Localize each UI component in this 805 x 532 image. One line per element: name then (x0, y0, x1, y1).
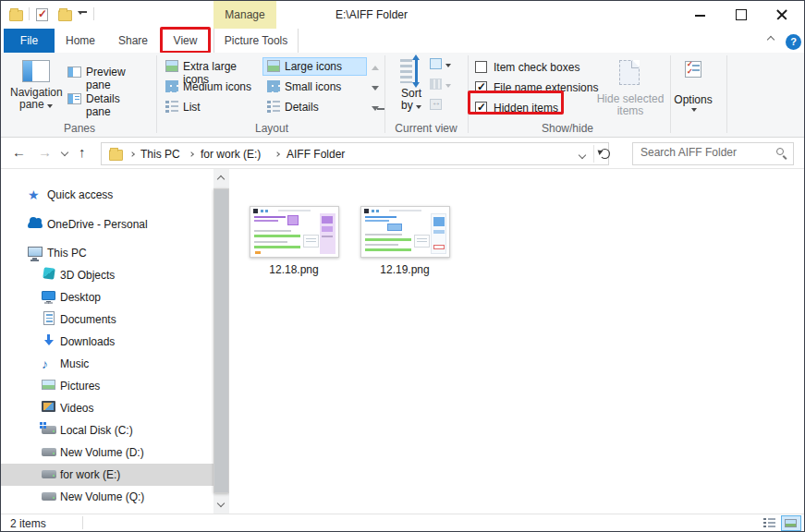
ribbon: Navigation pane Preview pane Details pan… (1, 53, 804, 138)
search-input[interactable] (640, 146, 770, 159)
file-name[interactable]: 12.18.png (238, 263, 349, 276)
file-item[interactable]: 12.19.png (349, 206, 460, 276)
scroll-down-icon[interactable] (217, 500, 225, 507)
breadcrumb-drive[interactable]: for work (E:) (201, 148, 261, 161)
file-thumbnail[interactable] (360, 206, 450, 258)
qat-properties-icon[interactable] (36, 8, 48, 21)
layout-group-label: Layout (216, 122, 327, 135)
refresh-icon[interactable] (600, 149, 610, 159)
qat-new-folder-icon[interactable] (58, 10, 72, 21)
back-icon[interactable]: ← (12, 144, 26, 160)
file-list-area[interactable]: 12.18.png 1 (229, 169, 804, 514)
layout-medium-icons[interactable]: Medium icons (164, 79, 261, 96)
recent-locations-icon[interactable] (61, 149, 68, 156)
thumb-decor (303, 235, 319, 248)
scrollbar-thumb[interactable] (213, 188, 229, 493)
maximize-button[interactable] (726, 1, 757, 27)
breadcrumb-chevron-icon[interactable] (129, 151, 135, 157)
location-folder-icon (109, 150, 123, 161)
item-check-boxes-checkbox[interactable]: Item check boxes (475, 59, 595, 76)
dropdown-caret-icon (445, 64, 451, 67)
large-icons-icon (267, 60, 280, 72)
sidebar-item-music[interactable]: Music (1, 353, 213, 375)
scroll-up-icon[interactable] (217, 175, 225, 183)
file-item[interactable]: 12.18.png (238, 206, 349, 276)
this-pc-icon (28, 247, 43, 257)
sidebar-item-for-work-e[interactable]: for work (E:) (1, 464, 213, 486)
sidebar-item-new-volume-q[interactable]: New Volume (Q:) (1, 486, 213, 508)
collapse-ribbon-icon[interactable] (767, 36, 775, 43)
sidebar-item-new-volume-d[interactable]: New Volume (D:) (1, 441, 213, 464)
window-title: E:\AIFF Folder (335, 8, 408, 21)
hide-selected-items-button[interactable]: Hide selected items (596, 56, 665, 132)
file-name[interactable]: 12.19.png (349, 263, 460, 276)
layout-small-icons[interactable]: Small icons (265, 79, 365, 96)
sidebar-item-local-disk-c[interactable]: Local Disk (C:) (1, 419, 213, 441)
breadcrumb-this-pc[interactable]: This PC (140, 148, 180, 161)
qat-customize-dropdown-icon[interactable] (78, 11, 83, 15)
divider (726, 55, 727, 133)
sidebar-item-pictures[interactable]: Pictures (1, 375, 213, 397)
options-button[interactable]: Options (672, 56, 714, 132)
sidebar-item-desktop[interactable]: Desktop (1, 286, 213, 308)
qat-folder-icon[interactable] (9, 10, 23, 21)
search-icon[interactable] (776, 148, 784, 155)
help-icon[interactable]: ? (786, 34, 801, 50)
sort-by-label: Sort by (393, 88, 430, 112)
sidebar-item-onedrive[interactable]: OneDrive - Personal (1, 213, 213, 236)
file-thumbnail[interactable] (250, 206, 339, 258)
tab-file[interactable]: File (4, 29, 55, 53)
tab-share[interactable]: Share (108, 29, 158, 53)
forward-icon[interactable]: → (38, 144, 52, 160)
thumb-decor (365, 220, 389, 222)
sort-by-button[interactable]: Sort by (393, 56, 430, 132)
sidebar-item-quick-access[interactable]: Quick access (1, 184, 213, 206)
tab-home[interactable]: Home (56, 29, 104, 53)
sidebar-item-downloads[interactable]: Downloads (1, 331, 213, 353)
details-view-button[interactable] (759, 515, 779, 531)
sidebar-item-documents[interactable]: Documents (1, 308, 213, 331)
navigation-pane-button[interactable]: Navigation pane (10, 56, 62, 132)
address-dropdown-icon[interactable] (579, 151, 586, 159)
divider (593, 145, 594, 163)
contextual-tab-header-manage[interactable]: Manage (213, 1, 276, 29)
layout-details[interactable]: Details (265, 99, 365, 116)
sidebar-item-videos[interactable]: Videos (1, 397, 213, 419)
large-thumbnails-view-button[interactable] (781, 515, 801, 531)
tab-picture-tools[interactable]: Picture Tools (213, 29, 299, 53)
checkbox-unchecked-icon[interactable] (475, 61, 487, 73)
layout-more-button[interactable] (370, 101, 381, 110)
breadcrumb-chevron-icon[interactable] (274, 151, 280, 157)
group-by-button[interactable] (430, 56, 457, 73)
sidebar-scrollbar[interactable] (213, 169, 229, 514)
close-button[interactable] (766, 1, 798, 27)
drive-icon (42, 492, 56, 501)
drive-icon (42, 470, 56, 478)
add-columns-button[interactable] (430, 77, 457, 93)
preview-pane-label: Preview pane (86, 66, 126, 91)
divider (93, 7, 94, 20)
layout-large-icons[interactable]: Large icons (265, 58, 365, 76)
layout-scroll-down[interactable] (370, 80, 381, 90)
thumb-decor (376, 210, 379, 212)
layout-scroll-up[interactable] (370, 60, 381, 69)
thumb-decor (365, 238, 411, 241)
breadcrumb-chevron-icon[interactable] (189, 151, 194, 157)
size-columns-button[interactable] (430, 97, 457, 114)
ribbon-tab-row: File Home Share View Picture Tools ? (1, 29, 804, 53)
layout-extra-large-icons[interactable]: Extra large icons (164, 58, 261, 76)
sidebar-item-3d-objects[interactable]: 3D Objects (1, 264, 213, 286)
local-disk-icon (42, 426, 56, 434)
minimize-button[interactable] (684, 1, 715, 27)
up-icon[interactable]: ↑ (79, 144, 86, 160)
breadcrumb-folder[interactable]: AIFF Folder (287, 148, 345, 161)
breadcrumb-bar[interactable]: This PC for work (E:) AIFF Folder (101, 142, 609, 165)
thumb-decor (287, 215, 299, 225)
options-icon (685, 61, 701, 78)
thumbnails-view-icon (785, 519, 797, 527)
thumb-decor (433, 217, 445, 226)
options-label: Options (672, 93, 714, 106)
search-box[interactable] (632, 142, 794, 165)
sidebar-item-this-pc[interactable]: This PC (1, 242, 213, 264)
layout-list[interactable]: List (164, 99, 261, 116)
